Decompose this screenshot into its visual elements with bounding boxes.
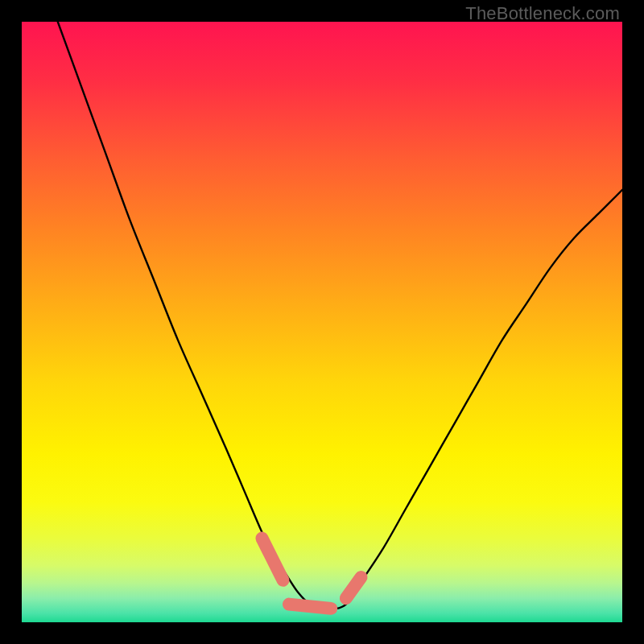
left-descending-marker [262,539,283,580]
bottleneck-curve [58,22,622,609]
chart-frame: TheBottleneck.com [0,0,644,644]
bottom-flat-marker [289,605,331,609]
curve-layer [22,22,622,622]
plot-area [22,22,622,622]
watermark-text: TheBottleneck.com [465,3,620,24]
right-ascending-marker [346,577,361,598]
